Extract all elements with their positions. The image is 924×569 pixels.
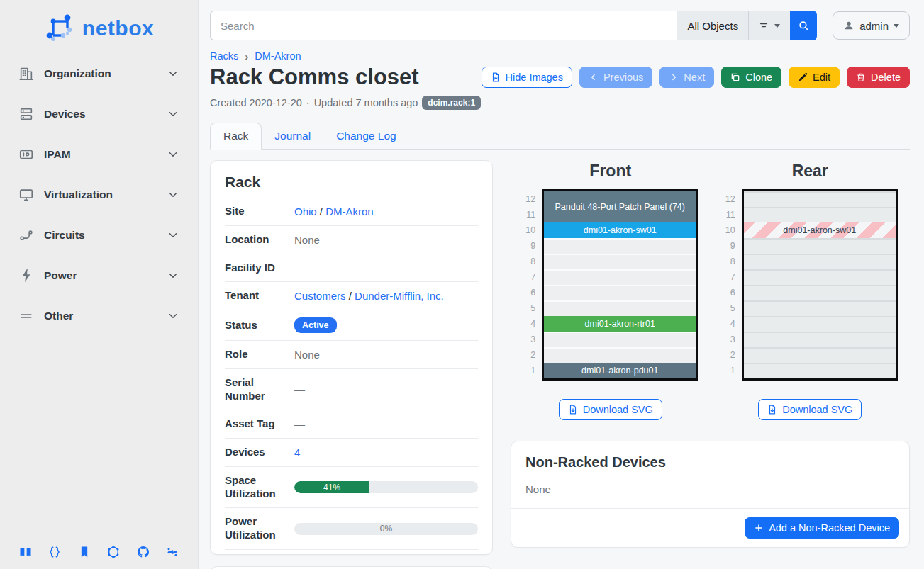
attr-row-role: RoleNone (225, 341, 478, 369)
non-racked-devices-panel: Non-Racked Devices None Add a Non-Racked… (511, 441, 910, 548)
unit-number: 3 (723, 332, 735, 347)
sidebar-item-virtualization[interactable]: Virtualization (11, 181, 187, 209)
trash-icon (856, 72, 866, 82)
rear-rack-slot-u4[interactable] (744, 316, 896, 332)
lines-icon (18, 308, 34, 324)
attr-label: Site (225, 205, 294, 218)
search-icon (798, 20, 810, 32)
sidebar-item-circuits[interactable]: Circuits (11, 221, 187, 249)
front-device-panduit-48-port-patch-panel-74-[interactable]: Panduit 48-Port Patch Panel (74) (544, 191, 696, 222)
rear-device-dmi01-akron-sw01[interactable]: dmi01-akron-sw01 (744, 222, 896, 238)
unit-number: 11 (723, 207, 735, 222)
rear-rack-slot-u6[interactable] (744, 285, 896, 300)
rear-rack-slot-u3[interactable] (744, 332, 896, 347)
rear-rack-slot-u7[interactable] (744, 269, 896, 285)
tab-journal[interactable]: Journal (262, 123, 323, 149)
file-download-icon (568, 405, 578, 415)
front-rack-slot-u8[interactable] (544, 254, 696, 269)
front-rack-slot-u7[interactable] (544, 269, 696, 285)
front-rack-slot-u6[interactable] (544, 285, 696, 300)
link-ohio[interactable]: Ohio (294, 205, 317, 218)
delete-button[interactable]: Delete (847, 67, 910, 88)
next-button[interactable]: Next (659, 67, 714, 88)
front-device-dmi01-akron-rtr01[interactable]: dmi01-akron-rtr01 (544, 316, 696, 332)
header-buttons: Hide Images Previous Next Clone (482, 67, 910, 88)
chevron-left-icon (589, 72, 599, 82)
api-docs-bookmark-icon[interactable] (77, 545, 91, 559)
clone-button[interactable]: Clone (721, 67, 781, 88)
front-device-dmi01-akron-sw01[interactable]: dmi01-akron-sw01 (544, 222, 696, 238)
rear-rack-slot-u12[interactable] (744, 191, 896, 207)
edit-button[interactable]: Edit (789, 67, 840, 88)
circuit-icon (18, 227, 34, 243)
front-rack-slot-u5[interactable] (544, 300, 696, 316)
add-non-racked-device-button[interactable]: Add a Non-Racked Device (745, 517, 899, 539)
unit-number: 9 (523, 238, 535, 254)
muted-value: None (294, 349, 320, 361)
attr-row-devices: Devices4 (225, 439, 478, 467)
tab-change-log[interactable]: Change Log (323, 123, 408, 149)
search-filter-dropdown[interactable] (748, 11, 790, 40)
front-rack-slot-u9[interactable] (544, 238, 696, 254)
copy-icon (730, 72, 740, 82)
rear-rack-slot-u2[interactable] (744, 347, 896, 363)
hide-images-button[interactable]: Hide Images (482, 67, 572, 88)
user-icon (843, 20, 855, 31)
sidebar-footer (0, 545, 198, 559)
rear-unit-numbers: 121110987654321 (723, 189, 735, 381)
unit-number: 10 (723, 222, 735, 238)
slack-icon[interactable] (165, 545, 179, 559)
front-download-svg-button[interactable]: Download SVG (559, 399, 662, 420)
link-dm-akron[interactable]: DM-Akron (325, 205, 374, 218)
muted-value: None (294, 234, 320, 246)
link-dunder-mifflin-inc-[interactable]: Dunder-Mifflin, Inc. (355, 290, 444, 302)
attr-row-facility-id: Facility ID— (225, 254, 478, 283)
rear-rack-slot-u5[interactable] (744, 300, 896, 316)
rear-rack-slot-u11[interactable] (744, 207, 896, 222)
devices-count-link[interactable]: 4 (294, 446, 300, 458)
unit-number: 6 (723, 285, 735, 300)
unit-number: 5 (523, 300, 535, 316)
unit-number: 4 (723, 316, 735, 332)
page-title: Rack Comms closet (210, 64, 419, 90)
breadcrumb-link-dm-akron[interactable]: DM-Akron (255, 50, 301, 62)
sidebar-item-organization[interactable]: Organization (11, 60, 187, 88)
search-input[interactable] (210, 11, 677, 40)
github-icon[interactable] (136, 545, 150, 559)
sidebar-item-label: Other (44, 310, 167, 322)
link-customers[interactable]: Customers (294, 290, 346, 302)
pencil-icon (798, 72, 808, 82)
record-meta: Created 2020-12-20 · Updated 7 months ag… (210, 96, 910, 110)
attr-value: 0% (294, 523, 478, 535)
docs-book-icon[interactable] (18, 545, 33, 559)
front-rack-slot-u2[interactable] (544, 347, 696, 363)
object-id-badge: dcim.rack:1 (422, 96, 481, 110)
attr-value: None (294, 349, 478, 361)
sidebar-item-ipam[interactable]: IPAM (11, 140, 187, 169)
sidebar-item-other[interactable]: Other (11, 302, 187, 330)
search-button[interactable] (790, 11, 817, 40)
attr-label: Facility ID (225, 261, 294, 275)
progress-label: 0% (294, 523, 478, 535)
front-rack-slot-u3[interactable] (544, 332, 696, 347)
attr-value: 4 (294, 446, 478, 458)
user-menu-button[interactable]: admin (833, 11, 910, 40)
sidebar-item-devices[interactable]: Devices (11, 100, 187, 128)
rear-rack-slot-u9[interactable] (744, 238, 896, 254)
graphql-icon[interactable] (106, 545, 121, 559)
chevron-down-icon (167, 67, 179, 80)
previous-button[interactable]: Previous (579, 67, 652, 88)
breadcrumb-link-racks[interactable]: Racks (210, 50, 238, 62)
tab-rack[interactable]: Rack (210, 123, 262, 150)
rest-api-braces-icon[interactable] (48, 545, 62, 559)
front-device-dmi01-akron-pdu01[interactable]: dmi01-akron-pdu01 (544, 363, 696, 378)
rear-rack-slot-u1[interactable] (744, 363, 896, 378)
netbox-logo[interactable]: netbox (11, 10, 187, 47)
chevron-down-icon (167, 188, 179, 201)
unit-number: 12 (723, 191, 735, 207)
rear-download-svg-button[interactable]: Download SVG (758, 399, 862, 420)
sidebar-item-power[interactable]: Power (11, 261, 187, 290)
muted-value: — (294, 418, 305, 430)
object-type-select[interactable]: All Objects (677, 11, 748, 40)
rear-rack-slot-u8[interactable] (744, 254, 896, 269)
